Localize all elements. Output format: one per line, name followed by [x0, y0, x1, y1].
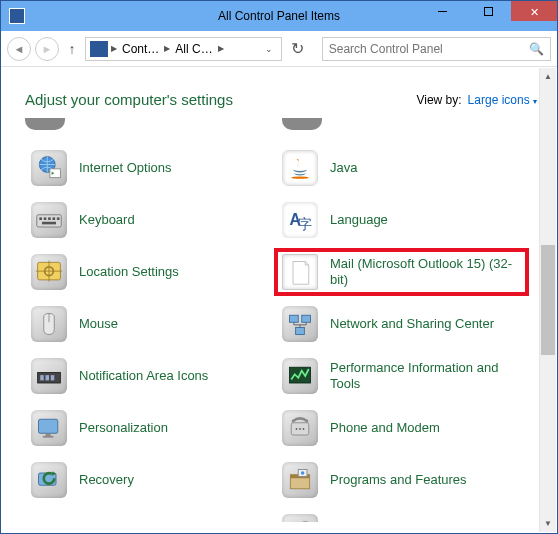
item-label: Mail (Microsoft Outlook 15) (32-bit): [330, 256, 523, 289]
cpl-item-location-settings[interactable]: Location Settings: [25, 250, 276, 294]
svg-rect-8: [57, 217, 60, 220]
svg-point-36: [301, 471, 305, 475]
svg-rect-6: [48, 217, 51, 220]
region-icon: [280, 512, 320, 522]
control-panel-icon: [90, 41, 108, 57]
svg-rect-4: [39, 217, 42, 220]
svg-rect-9: [42, 222, 56, 225]
control-panel-items: Internet Options Java Keyboard A字 Langua…: [1, 116, 531, 522]
partial-row-top: [25, 116, 527, 130]
scroll-down-button[interactable]: ▼: [540, 515, 556, 532]
scroll-thumb[interactable]: [541, 245, 555, 355]
phone-modem-icon: [280, 408, 320, 448]
svg-point-30: [299, 428, 301, 430]
address-breadcrumb[interactable]: ▶ Cont… ▶ All C… ▶ ⌄: [85, 37, 282, 61]
view-by-control: View by: Large icons ▾: [416, 93, 537, 107]
item-label: Mouse: [79, 316, 118, 332]
keyboard-icon: [29, 200, 69, 240]
svg-rect-26: [46, 433, 51, 436]
personalization-icon: [29, 408, 69, 448]
java-icon: [280, 148, 320, 188]
item-label: Location Settings: [79, 264, 179, 280]
refresh-button[interactable]: ↻: [286, 37, 310, 61]
page-title: Adjust your computer's settings: [25, 91, 233, 108]
breadcrumb-seg-1[interactable]: Cont…: [118, 42, 163, 56]
cpl-item-recovery[interactable]: Recovery: [25, 458, 276, 502]
mouse-icon: [29, 304, 69, 344]
svg-text:字: 字: [298, 216, 312, 232]
window-titlebar: All Control Panel Items: [1, 1, 557, 31]
svg-rect-18: [302, 315, 311, 322]
svg-rect-22: [46, 375, 50, 380]
partial-icon: [25, 118, 65, 130]
svg-point-31: [303, 428, 305, 430]
cpl-item-programs-features[interactable]: Programs and Features: [276, 458, 527, 502]
chevron-right-icon: ▶: [110, 44, 118, 53]
item-label: Personalization: [79, 420, 168, 436]
chevron-right-icon: ▶: [217, 44, 225, 53]
svg-rect-7: [53, 217, 56, 220]
close-button[interactable]: [511, 1, 557, 21]
internet-options-icon: [29, 148, 69, 188]
partial-icon: [282, 118, 322, 130]
item-label: Keyboard: [79, 212, 135, 228]
svg-point-29: [296, 428, 298, 430]
breadcrumb-seg-2[interactable]: All C…: [171, 42, 216, 56]
cpl-item-mouse[interactable]: Mouse: [25, 302, 276, 346]
view-by-value: Large icons: [468, 93, 530, 107]
forward-button[interactable]: ►: [35, 37, 59, 61]
view-by-dropdown[interactable]: Large icons ▾: [468, 93, 537, 107]
cpl-item-performance[interactable]: Performance Information and Tools: [276, 354, 527, 398]
language-icon: A字: [280, 200, 320, 240]
breadcrumb-dropdown[interactable]: ⌄: [225, 44, 279, 54]
up-button[interactable]: ↑: [63, 37, 81, 61]
svg-rect-3: [37, 215, 62, 227]
svg-rect-23: [51, 375, 55, 380]
search-icon: 🔍: [529, 42, 544, 56]
svg-rect-27: [43, 436, 54, 438]
notification-area-icon: [29, 356, 69, 396]
back-button[interactable]: ◄: [7, 37, 31, 61]
network-sharing-icon: [280, 304, 320, 344]
view-by-label: View by:: [416, 93, 461, 107]
cpl-item-internet-options[interactable]: Internet Options: [25, 146, 276, 190]
item-label: Recovery: [79, 472, 134, 488]
item-label: Phone and Modem: [330, 420, 440, 436]
scroll-up-button[interactable]: ▲: [540, 68, 556, 85]
app-icon: [9, 8, 25, 24]
svg-rect-17: [290, 315, 299, 322]
maximize-button[interactable]: [465, 1, 511, 21]
item-label: Internet Options: [79, 160, 172, 176]
svg-rect-5: [44, 217, 47, 220]
search-box[interactable]: 🔍: [322, 37, 551, 61]
scroll-track[interactable]: [540, 85, 556, 515]
item-label: Java: [330, 160, 357, 176]
cpl-item-mail[interactable]: Mail (Microsoft Outlook 15) (32-bit): [276, 250, 527, 294]
cpl-item-keyboard[interactable]: Keyboard: [25, 198, 276, 242]
item-label: Language: [330, 212, 388, 228]
chevron-down-icon: ▾: [533, 97, 537, 106]
navigation-toolbar: ◄ ► ↑ ▶ Cont… ▶ All C… ▶ ⌄ ↻ 🔍: [1, 31, 557, 67]
recovery-icon: [29, 460, 69, 500]
minimize-button[interactable]: [419, 1, 465, 21]
cpl-item-phone-modem[interactable]: Phone and Modem: [276, 406, 527, 450]
svg-rect-19: [296, 328, 305, 335]
mail-icon: [280, 252, 320, 292]
programs-features-icon: [280, 460, 320, 500]
header-row: Adjust your computer's settings View by:…: [1, 67, 557, 116]
performance-icon: [280, 356, 320, 396]
item-label: Programs and Features: [330, 472, 467, 488]
cpl-item-personalization[interactable]: Personalization: [25, 406, 276, 450]
svg-rect-1: [50, 169, 61, 178]
cpl-item-region[interactable]: Region: [276, 510, 527, 522]
location-settings-icon: [29, 252, 69, 292]
svg-point-2: [291, 176, 309, 178]
svg-point-38: [300, 522, 311, 523]
cpl-item-java[interactable]: Java: [276, 146, 527, 190]
vertical-scrollbar[interactable]: ▲ ▼: [539, 68, 556, 532]
search-input[interactable]: [329, 42, 525, 56]
cpl-item-language[interactable]: A字 Language: [276, 198, 527, 242]
cpl-item-network-sharing[interactable]: Network and Sharing Center: [276, 302, 527, 346]
cpl-item-notification-area[interactable]: Notification Area Icons: [25, 354, 276, 398]
item-label: Notification Area Icons: [79, 368, 208, 384]
